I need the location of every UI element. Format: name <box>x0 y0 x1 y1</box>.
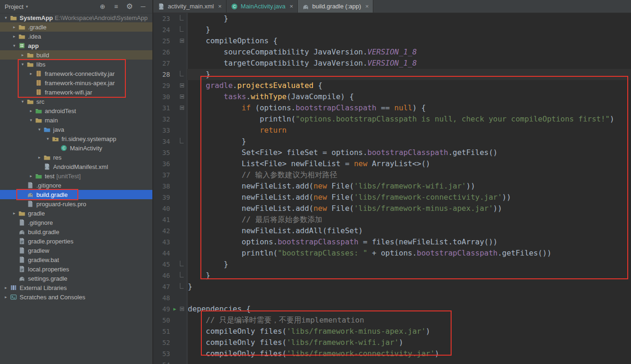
tree-item-gitignore[interactable]: .gitignore <box>0 181 152 190</box>
code-text[interactable]: sourceCompatibility JavaVersion.VERSION_… <box>187 47 417 58</box>
code-text[interactable]: newFileList.addAll(fileSet) <box>187 225 363 236</box>
code-line-40[interactable]: 40 newFileList.add(new File('libs/framew… <box>153 203 631 214</box>
chevron-down-icon[interactable]: ▾ <box>35 127 43 132</box>
close-icon[interactable]: × <box>289 3 293 10</box>
code-text[interactable]: // 输入参数建议为相对路径 <box>187 169 337 181</box>
tree-item-gitignore[interactable]: .gitignore <box>0 218 152 227</box>
fold-end-marker[interactable] <box>180 15 184 20</box>
tree-item-libs[interactable]: ▾libs <box>0 60 152 69</box>
code-line-41[interactable]: 41 // 最后将原始参数添加 <box>153 214 631 225</box>
code-text[interactable]: List<File> newFileList = new ArrayList<>… <box>187 158 430 169</box>
fold-marker[interactable]: − <box>180 307 184 311</box>
tree-item-build-gradle[interactable]: build.gradle <box>0 227 152 236</box>
chevron-right-icon[interactable]: ▸ <box>10 25 18 29</box>
code-line-31[interactable]: 31− if (options.bootstrapClasspath == nu… <box>153 102 631 114</box>
code-line-45[interactable]: 45 } <box>153 259 631 270</box>
code-line-52[interactable]: 52 compileOnly files('libs/framework-wif… <box>153 337 631 348</box>
code-line-47[interactable]: 47} <box>153 281 631 292</box>
code-line-42[interactable]: 42 newFileList.addAll(fileSet) <box>153 225 631 236</box>
tree-item-androidmanifest-xml[interactable]: AndroidManifest.xml <box>0 162 152 171</box>
code-text[interactable]: newFileList.add(new File('libs/framework… <box>187 203 502 214</box>
code-text[interactable]: } <box>187 136 246 147</box>
chevron-right-icon[interactable]: ▸ <box>10 211 18 216</box>
fold-marker[interactable]: − <box>180 94 184 99</box>
code-line-34[interactable]: 34 } <box>153 136 631 147</box>
code-line-49[interactable]: 49▶−dependencies { <box>153 303 631 315</box>
code-text[interactable]: newFileList.add(new File('libs/framework… <box>187 192 511 203</box>
code-text[interactable]: gradle.projectsEvaluated { <box>187 80 322 91</box>
tree-item-framework-minus-apex-jar[interactable]: framework-minus-apex.jar <box>0 78 152 88</box>
settings-gear-icon[interactable]: ⚙ <box>126 3 133 10</box>
chevron-down-icon[interactable]: ▾ <box>10 43 18 48</box>
code-line-32[interactable]: 32 println("options.bootstrapClasspath i… <box>153 114 631 125</box>
tree-item-build[interactable]: ▸build <box>0 50 152 60</box>
code-text[interactable]: } <box>187 13 228 24</box>
chevron-down-icon[interactable]: ▾ <box>26 4 28 9</box>
tree-item-test[interactable]: ▸test[unitTest] <box>0 171 152 181</box>
chevron-down-icon[interactable]: ▾ <box>19 62 27 67</box>
editor-code-area[interactable]: 23 }24 }25− compileOptions {26 sourceCom… <box>153 13 631 364</box>
tree-item-src[interactable]: ▾src <box>0 97 152 106</box>
code-text[interactable]: println("bootstrapClasses: " + options.b… <box>187 248 551 259</box>
tree-item-local-properties[interactable]: local.properties <box>0 264 152 274</box>
code-text[interactable]: newFileList.add(new File('libs/framework… <box>187 181 475 192</box>
tree-item-gradlew-bat[interactable]: gradlew.bat <box>0 255 152 264</box>
fold-marker[interactable]: − <box>180 83 184 88</box>
chevron-down-icon[interactable]: ▾ <box>2 15 10 20</box>
code-line-43[interactable]: 43 options.bootstrapClasspath = files(ne… <box>153 236 631 248</box>
chevron-down-icon[interactable]: ▾ <box>19 99 27 104</box>
close-icon[interactable]: × <box>218 3 222 10</box>
tree-item-settings-gradle[interactable]: settings.gradle <box>0 274 152 283</box>
tree-item-gradle[interactable]: ▸.gradle <box>0 22 152 32</box>
code-text[interactable]: } <box>187 24 210 35</box>
hide-panel-icon[interactable]: ─ <box>139 3 147 10</box>
code-text[interactable]: compileOnly files('libs/framework-minus-… <box>187 326 430 337</box>
chevron-right-icon[interactable]: ▸ <box>10 34 18 39</box>
tree-item-fri-sidney-systemapp[interactable]: ▾fri.sidney.systemapp <box>0 134 152 143</box>
tree-item-build-gradle[interactable]: build.gradle <box>0 190 152 199</box>
code-text[interactable]: tasks.withType(JavaCompile) { <box>187 91 354 102</box>
code-text[interactable]: Set<File> fileSet = options.bootstrapCla… <box>187 147 498 158</box>
tree-item-idea[interactable]: ▸.idea <box>0 32 152 41</box>
code-line-25[interactable]: 25− compileOptions { <box>153 35 631 47</box>
code-text[interactable]: compileOnly files('libs/framework-wifi.j… <box>187 337 403 348</box>
project-toolbar-title[interactable]: Project <box>5 3 23 10</box>
code-text[interactable]: options.bootstrapClasspath = files(newFi… <box>187 236 498 248</box>
fold-end-marker[interactable] <box>180 71 184 76</box>
code-line-24[interactable]: 24 } <box>153 24 631 35</box>
close-icon[interactable]: × <box>365 3 369 10</box>
fold-end-marker[interactable] <box>180 261 184 266</box>
code-line-33[interactable]: 33 return <box>153 125 631 136</box>
tree-item-external-libraries[interactable]: ▸External Libraries <box>0 283 152 292</box>
tree-item-framework-connectivity-jar[interactable]: ▸framework-connectivity.jar <box>0 69 152 78</box>
code-text[interactable]: // 最后将原始参数添加 <box>187 214 322 225</box>
chevron-right-icon[interactable]: ▸ <box>2 295 10 299</box>
code-text[interactable] <box>187 359 188 364</box>
code-line-46[interactable]: 46 } <box>153 270 631 281</box>
code-line-30[interactable]: 30− tasks.withType(JavaCompile) { <box>153 91 631 102</box>
code-line-39[interactable]: 39 newFileList.add(new File('libs/framew… <box>153 192 631 203</box>
chevron-right-icon[interactable]: ▸ <box>27 71 35 76</box>
tree-item-androidtest[interactable]: ▸androidTest <box>0 106 152 115</box>
code-text[interactable]: } <box>187 270 210 281</box>
code-text[interactable]: println("options.bootstrapClasspath is n… <box>187 114 614 125</box>
tree-item-gradle-properties[interactable]: gradle.properties <box>0 236 152 246</box>
tree-item-proguard-rules-pro[interactable]: proguard-rules.pro <box>0 199 152 209</box>
tree-item-framework-wifi-jar[interactable]: framework-wifi.jar <box>0 88 152 97</box>
code-text[interactable]: } <box>187 281 192 292</box>
code-line-37[interactable]: 37 // 输入参数建议为相对路径 <box>153 169 631 181</box>
code-line-48[interactable]: 48 <box>153 292 631 303</box>
tree-item-gradlew[interactable]: gradlew <box>0 246 152 255</box>
code-line-53[interactable]: 53 compileOnly files('libs/framework-con… <box>153 348 631 359</box>
code-text[interactable]: // 只是编译时需要，不要用implementation <box>187 315 364 326</box>
code-line-35[interactable]: 35 Set<File> fileSet = options.bootstrap… <box>153 147 631 158</box>
code-line-44[interactable]: 44 println("bootstrapClasses: " + option… <box>153 248 631 259</box>
chevron-right-icon[interactable]: ▸ <box>27 108 35 113</box>
code-line-23[interactable]: 23 } <box>153 13 631 24</box>
code-line-26[interactable]: 26 sourceCompatibility JavaVersion.VERSI… <box>153 47 631 58</box>
code-line-29[interactable]: 29− gradle.projectsEvaluated { <box>153 80 631 91</box>
tree-item-java[interactable]: ▾java <box>0 125 152 134</box>
tab-mainactivity-java[interactable]: CMainActivity.java× <box>226 0 298 13</box>
code-line-28[interactable]: 28 } <box>153 69 631 80</box>
run-gutter-icon[interactable]: ▶ <box>173 306 176 312</box>
